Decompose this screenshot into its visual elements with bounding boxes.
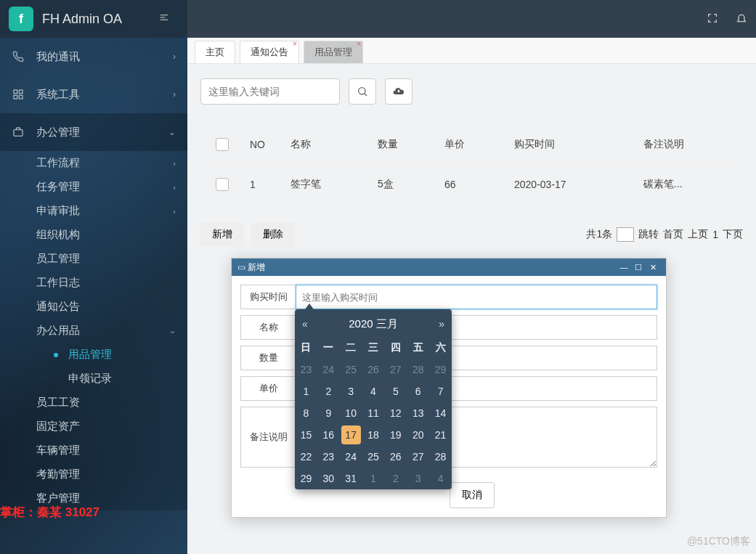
sidebar-subitem[interactable]: 员工管理 [0, 247, 187, 271]
dialog-titlebar[interactable]: ▭ 新增 — ☐ ✕ [232, 258, 666, 276]
sidebar-leaf[interactable]: 用品管理 [0, 343, 187, 367]
sidebar-item-label: 员工管理 [36, 252, 176, 266]
cal-day[interactable]: 26 [362, 359, 385, 380]
cal-day[interactable]: 8 [295, 402, 317, 424]
cal-day[interactable]: 27 [407, 446, 429, 468]
cal-day[interactable]: 4 [362, 380, 385, 402]
svg-line-9 [365, 94, 367, 96]
cell-note: 碳素笔... [638, 178, 725, 191]
tab[interactable]: 通知公告 × [240, 41, 299, 63]
sidebar-subitem[interactable]: 工作日志 [0, 271, 187, 295]
select-all-checkbox[interactable] [216, 138, 229, 151]
download-button[interactable] [385, 78, 412, 105]
tab[interactable]: 主页 [195, 41, 235, 63]
cal-day[interactable]: 26 [384, 446, 407, 468]
sidebar-item-tools[interactable]: 系统工具 › [0, 76, 187, 113]
cal-day[interactable]: 24 [340, 446, 362, 468]
cal-day[interactable]: 3 [340, 380, 362, 402]
sidebar-subitem[interactable]: 工作流程 › [0, 151, 187, 175]
pager-next[interactable]: 下页 [723, 228, 743, 241]
cal-dow: 日 [295, 338, 317, 359]
cal-day[interactable]: 13 [407, 402, 429, 424]
maximize-icon[interactable]: ☐ [631, 261, 646, 273]
pager-prev[interactable]: 上页 [688, 228, 708, 241]
cal-day[interactable]: 1 [362, 468, 385, 489]
cal-day[interactable]: 4 [429, 468, 452, 489]
cal-day[interactable]: 23 [317, 446, 340, 468]
minimize-icon[interactable]: — [617, 261, 631, 273]
pager-total: 共1条 [586, 228, 612, 241]
cal-day[interactable]: 14 [429, 402, 452, 424]
sidebar-subitem[interactable]: 办公用品 ⌄ [0, 319, 187, 343]
col-price: 单价 [439, 138, 508, 151]
cal-day[interactable]: 16 [317, 424, 340, 446]
sidebar-subitem[interactable]: 考勤管理 [0, 463, 187, 486]
pager-page: 1 [712, 229, 718, 240]
cal-day[interactable]: 18 [362, 424, 385, 446]
cal-day[interactable]: 6 [407, 380, 429, 402]
table-row[interactable]: 1 签字笔 5盒 66 2020-03-17 碳素笔... [200, 164, 743, 205]
cal-day[interactable]: 15 [295, 424, 317, 446]
sidebar-subitem[interactable]: 通知公告 [0, 295, 187, 319]
sidebar-subitem[interactable]: 车辆管理 [0, 439, 187, 463]
tab-close-icon[interactable]: × [293, 40, 297, 48]
bell-icon[interactable] [736, 12, 747, 26]
cal-prev[interactable]: « [302, 318, 308, 330]
cal-day[interactable]: 5 [384, 380, 407, 402]
cal-day[interactable]: 20 [407, 424, 429, 446]
date-picker: « 2020 三月 » 日一二三四五六 23242526272829123456… [295, 309, 452, 489]
tab[interactable]: 用品管理 × [304, 41, 363, 63]
menu-toggle-icon[interactable] [158, 12, 170, 27]
cal-day[interactable]: 25 [340, 359, 362, 380]
cal-day[interactable]: 7 [429, 380, 452, 402]
add-button[interactable]: 新增 [200, 222, 244, 247]
chevron-icon: › [173, 159, 176, 168]
table-header: NO 名称 数量 单价 购买时间 备注说明 [200, 125, 743, 164]
input-buy-time[interactable] [296, 285, 657, 309]
search-input[interactable] [200, 78, 340, 105]
pager-jump[interactable]: 跳转 [638, 228, 659, 241]
sidebar-leaf[interactable]: 申领记录 [0, 367, 187, 391]
pager-input[interactable] [617, 227, 634, 242]
cal-day[interactable]: 3 [407, 468, 429, 489]
cal-day[interactable]: 2 [384, 468, 407, 489]
cal-day[interactable]: 30 [317, 468, 340, 489]
row-checkbox[interactable] [216, 178, 229, 191]
cal-day[interactable]: 28 [429, 446, 452, 468]
fullscreen-icon[interactable] [707, 12, 718, 26]
cal-day[interactable]: 28 [407, 359, 429, 380]
delete-button[interactable]: 删除 [251, 222, 295, 247]
cal-day[interactable]: 23 [295, 359, 317, 380]
label-note: 备注说明 [240, 407, 296, 468]
sidebar-subitem[interactable]: 固定资产 [0, 415, 187, 439]
cal-day[interactable]: 31 [340, 468, 362, 489]
cal-day[interactable]: 17 [341, 425, 361, 444]
cal-day[interactable]: 24 [317, 359, 340, 380]
search-button[interactable] [349, 78, 376, 105]
cal-day[interactable]: 10 [340, 402, 362, 424]
sidebar-subitem[interactable]: 任务管理 › [0, 175, 187, 199]
cal-day[interactable]: 27 [384, 359, 407, 380]
cal-day[interactable]: 22 [295, 446, 317, 468]
sidebar-subitem[interactable]: 员工工资 [0, 391, 187, 415]
tab-close-icon[interactable]: × [357, 40, 361, 48]
sidebar-item-contacts[interactable]: 我的通讯 › [0, 38, 187, 76]
cal-day[interactable]: 11 [362, 402, 385, 424]
cal-day[interactable]: 25 [362, 446, 385, 468]
cancel-button[interactable]: 取消 [450, 482, 495, 508]
cal-day[interactable]: 9 [317, 402, 340, 424]
cal-day[interactable]: 2 [317, 380, 340, 402]
close-icon[interactable]: ✕ [646, 261, 660, 273]
sidebar-subitem[interactable]: 组织机构 [0, 223, 187, 247]
cal-title[interactable]: 2020 三月 [349, 317, 398, 331]
sidebar-item-office[interactable]: 办公管理 ⌄ [0, 113, 187, 151]
cal-day[interactable]: 12 [384, 402, 407, 424]
cal-day[interactable]: 29 [429, 359, 452, 380]
cal-day[interactable]: 21 [429, 424, 452, 446]
pager-first[interactable]: 首页 [663, 228, 683, 241]
cal-day[interactable]: 1 [295, 380, 317, 402]
sidebar-subitem[interactable]: 申请审批 › [0, 199, 187, 223]
cal-day[interactable]: 19 [384, 424, 407, 446]
cal-next[interactable]: » [439, 318, 444, 330]
cal-day[interactable]: 29 [295, 468, 317, 489]
